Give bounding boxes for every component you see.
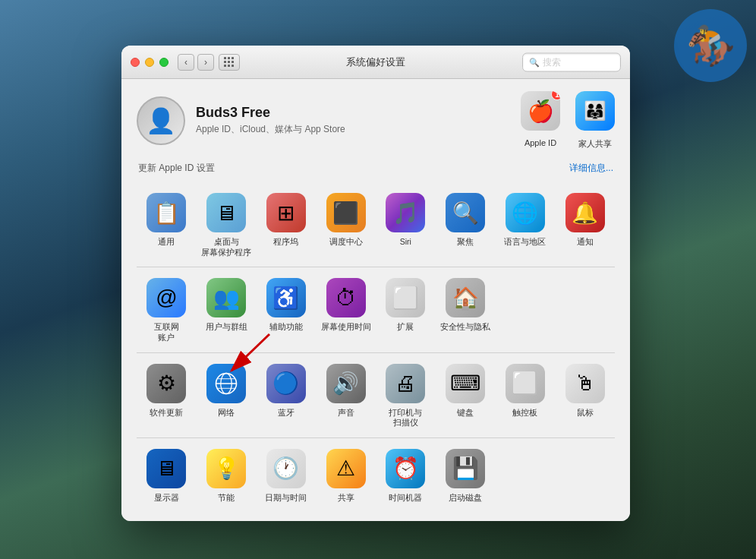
icon-item-notifications[interactable]: 🔔通知: [555, 185, 615, 264]
icon-box-desktop: 🖥: [206, 193, 246, 232]
icon-box-printer: 🖨: [386, 364, 425, 403]
icon-item-siri[interactable]: 🎵Siri: [376, 185, 436, 264]
svg-text:🏇: 🏇: [686, 22, 736, 69]
icon-item-security[interactable]: 🏠安全性与隐私: [436, 270, 496, 349]
icon-label-display: 显示器: [154, 493, 179, 504]
icon-item-sharing[interactable]: ⚠共享: [316, 441, 376, 510]
watermark-icon: 🏇: [673, 8, 748, 84]
icon-box-display: 🖥: [146, 449, 186, 488]
avatar[interactable]: 👤: [137, 96, 185, 145]
icons-grid-row1: 📋通用🖥桌面与 屏幕保护程序⊞程序坞⬛调度中心🎵Siri🔍聚焦🌐语言与地区🔔通知: [137, 185, 615, 264]
family-sharing-button[interactable]: 👨‍👩‍👧 家人共享: [575, 91, 615, 150]
profile-info: Buds3 Free Apple ID、iCloud、媒体与 App Store: [196, 105, 521, 136]
icon-item-trackpad[interactable]: ⬜触控板: [496, 356, 556, 434]
icon-label-language: 语言与地区: [504, 237, 546, 248]
icon-item-printer[interactable]: 🖨打印机与 扫描仪: [376, 356, 436, 434]
window-title: 系统偏好设置: [346, 55, 405, 69]
section-separator-3: [137, 437, 615, 438]
update-text: 更新 Apple ID 设置: [138, 162, 215, 175]
icon-box-startup: 💾: [446, 449, 485, 488]
icon-label-extensions: 扩展: [397, 322, 414, 333]
icon-item-datetime[interactable]: 🕐日期与时间: [257, 441, 317, 510]
grid-icon: [224, 57, 235, 68]
icon-box-mouse: 🖱: [565, 364, 605, 403]
apple-id-button[interactable]: 🍎 1 Apple ID: [521, 91, 560, 150]
icon-box-mission: ⬛: [326, 193, 366, 232]
icon-item-timemachine[interactable]: ⏰时间机器: [376, 441, 436, 510]
icon-item-network[interactable]: 网络: [197, 356, 257, 434]
apple-id-label: Apple ID: [524, 138, 556, 147]
icons-grid-row2: @互联网 账户👥用户与群组♿辅助功能⏱屏幕使用时间⬜扩展🏠安全性与隐私: [137, 270, 615, 349]
icon-item-battery[interactable]: 💡节能: [197, 441, 257, 510]
icon-item-sound[interactable]: 🔊声音: [316, 356, 376, 434]
icon-label-accessibility: 辅助功能: [269, 322, 303, 333]
icon-item-mission[interactable]: ⬛调度中心: [316, 185, 376, 264]
minimize-button[interactable]: [145, 58, 154, 67]
icon-box-battery: 💡: [206, 449, 246, 488]
icon-box-sharing: ⚠: [326, 449, 366, 488]
icon-item-extensions[interactable]: ⬜扩展: [376, 270, 436, 349]
icon-label-keyboard: 键盘: [457, 408, 474, 418]
icon-label-network: 网络: [218, 408, 235, 418]
icon-label-printer: 打印机与 扫描仪: [389, 408, 422, 428]
profile-icons: 🍎 1 Apple ID 👨‍👩‍👧 家人共享: [521, 91, 615, 150]
detail-link[interactable]: 详细信息...: [569, 162, 613, 175]
icon-label-battery: 节能: [218, 493, 235, 504]
avatar-icon: 👤: [146, 106, 176, 135]
icon-label-internet: 互联网 账户: [154, 322, 179, 343]
icon-item-accessibility[interactable]: ♿辅助功能: [257, 270, 317, 349]
icon-item-desktop[interactable]: 🖥桌面与 屏幕保护程序: [197, 185, 257, 264]
icon-box-keyboard: ⌨: [446, 364, 485, 403]
icon-box-focus: 🔍: [446, 193, 485, 232]
icon-item-language[interactable]: 🌐语言与地区: [496, 185, 556, 264]
icon-item-launchpad[interactable]: ⊞程序坞: [257, 185, 317, 264]
icon-item-users[interactable]: 👥用户与群组: [197, 270, 257, 349]
icon-label-notifications: 通知: [577, 237, 594, 248]
icon-box-launchpad: ⊞: [266, 193, 306, 232]
profile-subtitle: Apple ID、iCloud、媒体与 App Store: [196, 123, 521, 136]
apple-id-icon-box: 🍎 1: [521, 91, 560, 131]
icon-item-screentime[interactable]: ⏱屏幕使用时间: [316, 270, 376, 349]
maximize-button[interactable]: [159, 58, 169, 67]
icon-label-startup: 启动磁盘: [449, 493, 482, 504]
icon-item-display[interactable]: 🖥显示器: [137, 441, 197, 510]
icon-label-mission: 调度中心: [329, 237, 363, 248]
family-icon-box: 👨‍👩‍👧: [575, 91, 615, 131]
apple-id-badge: 1: [551, 91, 560, 100]
all-prefs-button[interactable]: [219, 54, 240, 71]
icon-item-internet[interactable]: @互联网 账户: [137, 270, 197, 349]
icon-item-general[interactable]: 📋通用: [137, 185, 197, 264]
icons-grid-row3: ⚙软件更新网络🔵蓝牙🔊声音🖨打印机与 扫描仪⌨键盘⬜触控板🖱鼠标: [137, 356, 615, 434]
icon-box-sound: 🔊: [326, 364, 366, 403]
icon-item-focus[interactable]: 🔍聚焦: [436, 185, 496, 264]
icon-item-keyboard[interactable]: ⌨键盘: [436, 356, 496, 434]
close-button[interactable]: [131, 58, 140, 67]
icon-label-timemachine: 时间机器: [389, 493, 422, 504]
nav-buttons: ‹ ›: [178, 54, 214, 71]
icon-box-notifications: 🔔: [565, 193, 605, 232]
icon-item-mouse[interactable]: 🖱鼠标: [555, 356, 615, 434]
icon-box-siri: 🎵: [386, 193, 425, 232]
icon-label-mouse: 鼠标: [577, 408, 594, 418]
back-button[interactable]: ‹: [178, 54, 194, 71]
forward-button[interactable]: ›: [197, 54, 214, 71]
icon-box-extensions: ⬜: [386, 278, 425, 317]
icon-item-software[interactable]: ⚙软件更新: [137, 356, 197, 434]
icon-label-desktop: 桌面与 屏幕保护程序: [201, 237, 251, 257]
icon-box-accessibility: ♿: [266, 278, 306, 317]
icon-item-startup[interactable]: 💾启动磁盘: [436, 441, 496, 510]
icon-box-trackpad: ⬜: [506, 364, 545, 403]
titlebar: ‹ › 系统偏好设置 🔍 搜索: [121, 46, 630, 79]
section-separator-1: [137, 267, 615, 267]
icon-box-language: 🌐: [506, 193, 545, 232]
profile-area: 👤 Buds3 Free Apple ID、iCloud、媒体与 App Sto…: [137, 91, 615, 150]
icon-label-sound: 声音: [338, 408, 354, 418]
icon-box-datetime: 🕐: [266, 449, 306, 488]
icon-label-siri: Siri: [400, 237, 411, 248]
profile-name: Buds3 Free: [196, 105, 521, 121]
icon-box-internet: @: [146, 278, 186, 317]
icon-item-bluetooth[interactable]: 🔵蓝牙: [257, 356, 317, 434]
search-box[interactable]: 🔍 搜索: [522, 52, 621, 71]
icon-label-trackpad: 触控板: [512, 408, 537, 418]
icon-box-users: 👥: [206, 278, 246, 317]
